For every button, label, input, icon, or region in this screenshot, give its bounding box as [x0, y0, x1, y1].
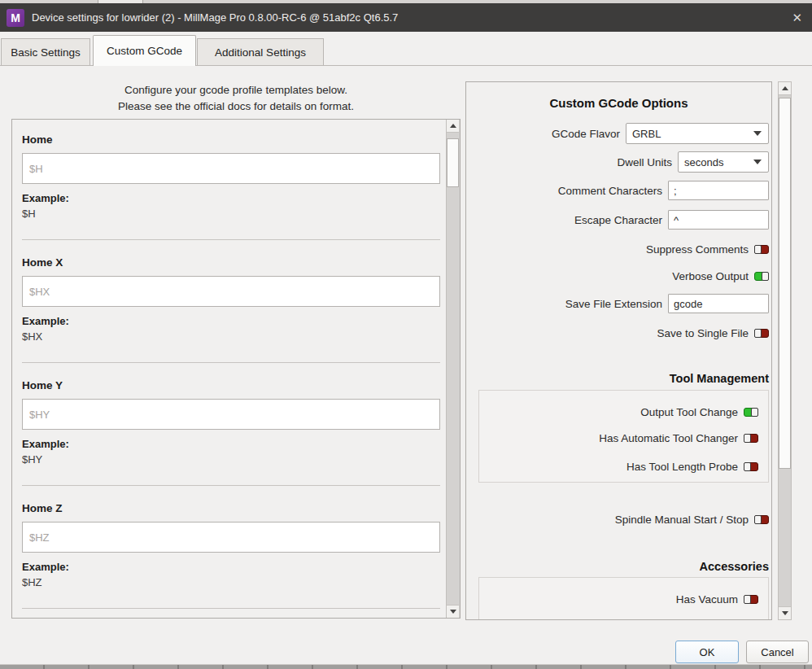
home-template-input[interactable]: [22, 153, 440, 184]
section-label: Home: [22, 133, 440, 146]
save-file-extension-label: Save File Extension: [565, 298, 662, 310]
close-icon[interactable]: ✕: [792, 3, 802, 32]
panel-title: Custom GCode Options: [466, 96, 771, 110]
example-label: Example:: [22, 561, 440, 573]
output-tool-change-toggle[interactable]: [744, 408, 758, 417]
intro-line-1: Configure your gcode profile templates b…: [11, 82, 461, 98]
comment-characters-row: Comment Characters: [466, 181, 771, 200]
scroll-up-icon[interactable]: [779, 82, 791, 95]
section-divider: [22, 239, 440, 240]
gcode-section-home-z: Home Z Example: $HZ: [22, 502, 440, 609]
has-automatic-tool-changer-toggle[interactable]: [744, 434, 758, 443]
left-scrollbar-thumb[interactable]: [447, 138, 459, 187]
left-intro-text: Configure your gcode profile templates b…: [11, 82, 461, 115]
comment-characters-label: Comment Characters: [558, 185, 662, 197]
scroll-down-icon[interactable]: [447, 605, 459, 618]
verbose-output-label: Verbose Output: [672, 270, 749, 282]
home-z-template-input[interactable]: [22, 522, 440, 553]
tab-basic-settings[interactable]: Basic Settings: [1, 38, 90, 65]
suppress-comments-row: Suppress Comments: [466, 243, 771, 256]
gcode-flavor-label: GCode Flavor: [552, 128, 620, 140]
has-tool-length-probe-label: Has Tool Length Probe: [626, 461, 738, 473]
window-title: Device settings for lowrider (2) - MillM…: [32, 11, 398, 24]
chevron-down-icon: [753, 160, 762, 164]
section-label: Home X: [22, 256, 440, 269]
has-vacuum-row: Has Vacuum: [479, 593, 768, 606]
chevron-down-icon: [753, 131, 762, 136]
gcode-templates-list: Home Example: $H Home X Example: $HX Hom…: [12, 120, 446, 618]
scroll-up-icon[interactable]: [447, 120, 459, 133]
tab-bar: Basic Settings Custom GCode Additional S…: [0, 32, 812, 66]
titlebar: M Device settings for lowrider (2) - Mil…: [0, 3, 812, 32]
gcode-templates-scroll-area: Home Example: $H Home X Example: $HX Hom…: [11, 119, 461, 619]
verbose-output-toggle[interactable]: [754, 272, 769, 281]
left-scrollbar[interactable]: [446, 120, 460, 618]
has-coolant-row: Has Coolant: [479, 619, 768, 620]
spindle-manual-label: Spindle Manual Start / Stop: [615, 514, 749, 526]
output-tool-change-row: Output Tool Change: [479, 406, 768, 418]
dwell-units-row: Dwell Units seconds: [466, 151, 771, 173]
suppress-comments-label: Suppress Comments: [646, 243, 749, 256]
has-automatic-tool-changer-label: Has Automatic Tool Changer: [599, 432, 738, 444]
section-label: Home Y: [22, 379, 440, 392]
gcode-flavor-row: GCode Flavor GRBL: [466, 123, 771, 144]
example-value: $HY: [22, 453, 440, 466]
spindle-manual-row: Spindle Manual Start / Stop: [466, 514, 771, 526]
has-tool-length-probe-toggle[interactable]: [744, 462, 758, 471]
gcode-section-home-y: Home Y Example: $HY: [22, 379, 440, 486]
suppress-comments-toggle[interactable]: [754, 245, 769, 254]
background-app-bottom-strip: [0, 664, 812, 669]
has-automatic-tool-changer-row: Has Automatic Tool Changer: [479, 432, 768, 444]
tool-management-title: Tool Management: [466, 372, 771, 385]
escape-character-label: Escape Character: [574, 214, 662, 226]
custom-gcode-options-panel: Custom GCode Options GCode Flavor GRBL D…: [465, 81, 772, 620]
ok-button[interactable]: OK: [675, 641, 739, 663]
example-value: $HX: [22, 330, 440, 343]
tab-additional-settings[interactable]: Additional Settings: [197, 38, 324, 65]
cancel-button[interactable]: Cancel: [746, 641, 809, 663]
scroll-down-icon[interactable]: [779, 606, 791, 619]
save-file-extension-input[interactable]: [668, 294, 769, 313]
gcode-flavor-select[interactable]: GRBL: [626, 123, 769, 144]
save-file-extension-row: Save File Extension: [466, 294, 771, 313]
home-y-template-input[interactable]: [22, 399, 440, 430]
right-scrollbar[interactable]: [778, 81, 792, 620]
spindle-manual-toggle[interactable]: [754, 515, 769, 524]
home-x-template-input[interactable]: [22, 276, 440, 307]
comment-characters-input[interactable]: [668, 181, 769, 200]
escape-character-row: Escape Character: [466, 210, 771, 230]
has-tool-length-probe-row: Has Tool Length Probe: [479, 461, 768, 473]
section-divider: [22, 362, 440, 363]
tool-management-group: Output Tool Change Has Automatic Tool Ch…: [478, 390, 769, 483]
gcode-section-home: Home Example: $H: [22, 133, 440, 240]
example-label: Example:: [22, 315, 440, 327]
section-divider: [22, 608, 440, 609]
dwell-units-select[interactable]: seconds: [678, 151, 769, 173]
escape-character-input[interactable]: [668, 210, 769, 230]
has-coolant-label: Has Coolant: [678, 619, 738, 620]
has-vacuum-label: Has Vacuum: [676, 593, 738, 606]
verbose-output-row: Verbose Output: [466, 270, 771, 282]
has-vacuum-toggle[interactable]: [744, 595, 758, 604]
gcode-section-home-x: Home X Example: $HX: [22, 256, 440, 363]
right-scrollbar-thumb[interactable]: [779, 98, 791, 469]
section-label: Home Z: [22, 502, 440, 515]
save-to-single-file-row: Save to Single File: [466, 327, 771, 339]
example-label: Example:: [22, 438, 440, 450]
output-tool-change-label: Output Tool Change: [640, 406, 738, 418]
accessories-group: Has Vacuum Has Coolant: [478, 577, 769, 620]
example-label: Example:: [22, 192, 440, 204]
example-value: $HZ: [22, 576, 440, 588]
accessories-title: Accessories: [466, 560, 771, 573]
millmage-logo-icon: M: [7, 9, 24, 27]
save-to-single-file-toggle[interactable]: [754, 329, 769, 338]
save-to-single-file-label: Save to Single File: [657, 327, 749, 339]
section-divider: [22, 485, 440, 486]
dwell-units-label: Dwell Units: [617, 156, 672, 168]
example-value: $H: [22, 208, 440, 220]
intro-line-2: Please see the official docs for details…: [11, 98, 461, 115]
tab-custom-gcode[interactable]: Custom GCode: [93, 35, 196, 66]
